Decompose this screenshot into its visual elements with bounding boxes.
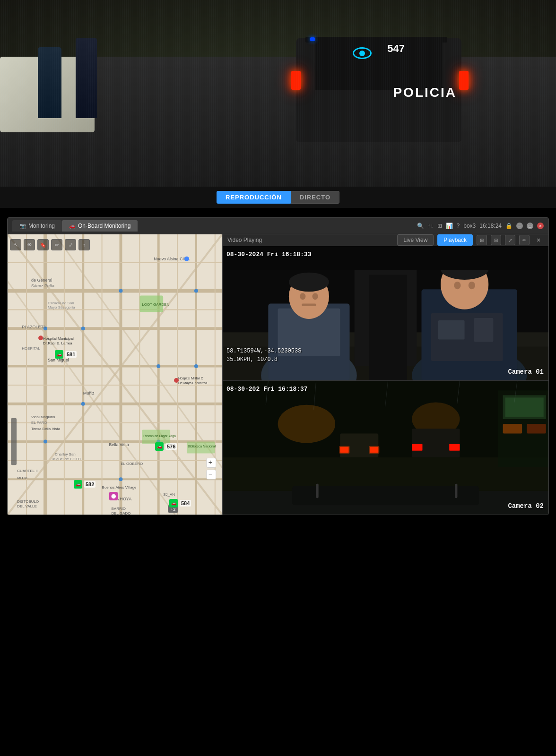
svg-text:PLAZOLETA: PLAZOLETA bbox=[22, 325, 46, 329]
svg-text:De Mayo Encontros: De Mayo Encontros bbox=[178, 381, 208, 385]
svg-text:Bella Vista: Bella Vista bbox=[109, 442, 129, 447]
bookmark-tool[interactable]: 🔖 bbox=[37, 239, 49, 250]
svg-text:Rincón de Lagar Yoga: Rincón de Lagar Yoga bbox=[143, 434, 176, 438]
svg-text:LOOT GARDEN: LOOT GARDEN bbox=[142, 302, 169, 307]
svg-rect-101 bbox=[438, 320, 465, 340]
live-view-button[interactable]: Live View bbox=[397, 234, 434, 246]
camera-feed-1: 08-30-2024 Fri 16:18:33 58.713594W,-34.5… bbox=[223, 246, 548, 381]
video-close-button[interactable]: × bbox=[533, 235, 544, 245]
svg-point-33 bbox=[81, 326, 85, 330]
tail-light-left bbox=[459, 71, 469, 90]
cursor-tool[interactable]: ↖ bbox=[10, 239, 21, 250]
svg-text:Dr.Raúl E. Larrea: Dr.Raúl E. Larrea bbox=[43, 341, 72, 345]
svg-text:EL GOBERO: EL GOBERO bbox=[121, 462, 143, 466]
playback-bar: REPRODUCCIÓN DIRECTO bbox=[0, 187, 556, 208]
svg-text:Tensa Bella Vista: Tensa Bella Vista bbox=[31, 427, 61, 431]
title-bar-right: 🔍 ↑↓ ⊞ 📊 ? box3 16:18:24 🔒 − □ × bbox=[417, 223, 544, 229]
close-button[interactable]: × bbox=[537, 223, 544, 229]
expand-tool[interactable]: ⤢ bbox=[65, 239, 76, 250]
svg-rect-122 bbox=[505, 397, 544, 417]
vehicle-label-582: 582 bbox=[84, 481, 96, 488]
police-car-top bbox=[315, 38, 443, 90]
help-icon[interactable]: ? bbox=[457, 223, 460, 229]
car-number: 547 bbox=[387, 43, 405, 55]
cam1-speed: 35.0KPH, 10/0.8 bbox=[226, 356, 278, 363]
svg-text:Buenos Aires Village: Buenos Aires Village bbox=[102, 485, 137, 490]
grid2-icon[interactable]: ⊞ bbox=[477, 235, 487, 245]
video-panel: Video Playing Live View Playback ⊞ ⊟ ⤢ ✏… bbox=[223, 234, 548, 515]
cam1-coords: 58.713594W,-34.523053S 35.0KPH, 10/0.8 bbox=[226, 347, 301, 364]
svg-rect-128 bbox=[455, 483, 457, 498]
edit-icon[interactable]: ✏ bbox=[519, 235, 530, 245]
camera-eye-logo bbox=[353, 47, 372, 59]
maximize-button[interactable]: □ bbox=[527, 223, 533, 229]
svg-point-99 bbox=[469, 282, 475, 289]
svg-text:Mayo Sásegoria: Mayo Sásegoria bbox=[48, 305, 75, 309]
app-window: 📷 Monitoring 🚗 On-Board Monitoring 🔍 ↑↓ … bbox=[7, 217, 549, 515]
svg-rect-81 bbox=[11, 418, 17, 465]
svg-rect-123 bbox=[503, 424, 522, 433]
svg-rect-102 bbox=[474, 318, 494, 342]
svg-rect-126 bbox=[292, 486, 479, 505]
vehicle-label-576: 576 bbox=[165, 443, 177, 450]
camera-eye-pupil bbox=[359, 51, 365, 56]
surveillance-feed: POLICIA 547 bbox=[0, 0, 556, 189]
cam2-timestamp: 08-30-202 Fri 16:18:37 bbox=[226, 386, 308, 393]
video-status: Video Playing bbox=[227, 237, 393, 243]
svg-text:Miguel de COTO: Miguel de COTO bbox=[52, 457, 81, 461]
grid-icon[interactable]: ⊞ bbox=[437, 223, 442, 229]
cam2-osd: 08-30-202 Fri 16:18:37 bbox=[226, 385, 308, 395]
svg-text:EL FARO: EL FARO bbox=[31, 421, 47, 425]
map-toolbar: ↖ 👁 🔖 ✏ ⤢ ↑ bbox=[10, 238, 220, 251]
tab-monitoring-label: Monitoring bbox=[28, 223, 55, 229]
top-camera-area: POLICIA 547 bbox=[0, 0, 556, 189]
expand-icon[interactable]: ⤢ bbox=[505, 235, 515, 245]
playback-button[interactable]: Playback bbox=[437, 234, 473, 246]
grid4-icon[interactable]: ⊟ bbox=[491, 235, 501, 245]
vehicle-label-584: 584 bbox=[180, 500, 191, 507]
tab-monitoring[interactable]: 📷 Monitoring bbox=[12, 220, 62, 232]
svg-text:Charley San: Charley San bbox=[55, 452, 76, 456]
vehicle-marker-582[interactable]: 🚗 bbox=[74, 480, 82, 489]
camera-feed-2: 08-30-202 Fri 16:18:37 Camera 02 bbox=[223, 381, 548, 515]
svg-point-32 bbox=[43, 440, 47, 444]
tab-onboard[interactable]: 🚗 On-Board Monitoring bbox=[62, 220, 138, 232]
vehicle-marker-584[interactable]: 🚗 bbox=[169, 499, 178, 507]
svg-text:Hospital Militar C: Hospital Militar C bbox=[178, 377, 203, 380]
svg-text:DEL VALLE: DEL VALLE bbox=[17, 504, 37, 508]
eye-tool[interactable]: 👁 bbox=[24, 239, 35, 250]
chart-icon[interactable]: 📊 bbox=[446, 223, 453, 229]
svg-text:CUARTEL II: CUARTEL II bbox=[17, 469, 37, 473]
time-display: 16:18:24 bbox=[479, 223, 502, 229]
reproduccion-button[interactable]: REPRODUCCIÓN bbox=[217, 191, 291, 204]
svg-point-110 bbox=[278, 404, 336, 443]
svg-point-36 bbox=[194, 289, 198, 293]
video-toolbar: Video Playing Live View Playback ⊞ ⊟ ⤢ ✏… bbox=[223, 234, 548, 246]
upload-tool[interactable]: ↑ bbox=[78, 239, 90, 250]
minimize-button[interactable]: − bbox=[516, 223, 523, 229]
svg-point-98 bbox=[454, 282, 460, 289]
svg-point-35 bbox=[119, 477, 122, 481]
monitoring-icon: 📷 bbox=[19, 223, 26, 229]
svg-text:SJ_AN: SJ_AN bbox=[163, 492, 175, 497]
vehicle-label-581: 581 bbox=[65, 351, 77, 358]
svg-rect-118 bbox=[412, 444, 422, 450]
svg-text:DEL GADO: DEL GADO bbox=[112, 511, 131, 515]
directo-button[interactable]: DIRECTO bbox=[291, 191, 339, 204]
vehicle-marker-576[interactable]: 🚗 bbox=[155, 442, 164, 451]
svg-text:DISTOBULO: DISTOBULO bbox=[17, 499, 39, 504]
figure-2 bbox=[76, 38, 97, 118]
vehicle-marker-purple[interactable]: ⬤ bbox=[109, 492, 118, 500]
svg-text:Escuela de San: Escuela de San bbox=[48, 301, 74, 305]
cam1-label: Camera 01 bbox=[508, 368, 544, 376]
pen-tool[interactable]: ✏ bbox=[51, 239, 62, 250]
svg-text:−: − bbox=[208, 470, 212, 478]
blue-light-bar bbox=[305, 37, 447, 43]
svg-text:Vidal Maguiño: Vidal Maguiño bbox=[31, 415, 55, 419]
svg-text:BARRIO: BARRIO bbox=[112, 507, 126, 511]
vehicle-marker-581[interactable]: 🚗 bbox=[55, 350, 63, 359]
svg-text:Nuevo Alsina CIBA: Nuevo Alsina CIBA bbox=[154, 257, 190, 261]
search-icon[interactable]: 🔍 bbox=[417, 223, 424, 229]
svg-text:+: + bbox=[208, 458, 212, 466]
sort-icon[interactable]: ↑↓ bbox=[428, 223, 434, 229]
